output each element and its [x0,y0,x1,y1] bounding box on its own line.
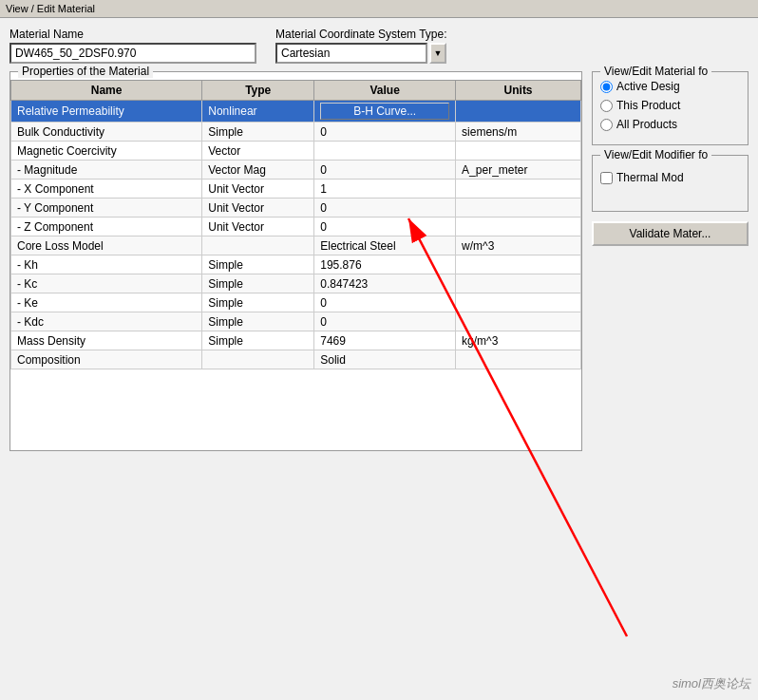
validate-button[interactable]: Validate Mater... [592,221,749,246]
view-edit-modifier-group: View/Edit Modifier fo Thermal Mod [592,155,749,212]
radio-option-0[interactable] [600,81,613,93]
cell-units [456,255,581,274]
cell-units: A_per_meter [456,161,581,180]
properties-legend: Properties of the Material [18,65,153,78]
cell-units [456,312,581,331]
cell-type: Unit Vector [202,218,314,236]
coordinate-system-input[interactable] [275,43,427,64]
cell-value: 0 [314,161,456,180]
coordinate-system-label: Material Coordinate System Type: [275,28,447,41]
radio-label-0: Active Desig [616,80,680,93]
cell-type: Vector Mag [202,161,314,180]
cell-units: w/m^3 [456,236,581,255]
cell-value: 195.876 [314,255,456,274]
thermal-mod-checkbox[interactable] [600,172,613,184]
cell-name: - Kc [11,274,202,293]
cell-value: 7469 [314,331,456,350]
cell-units [456,274,581,293]
properties-table: Name Type Value Units Relative Permeabil… [10,80,581,369]
radio-item-2: All Products [600,118,740,131]
cell-name: Bulk Conductivity [11,123,202,142]
cell-name: Relative Permeability [11,101,202,123]
cell-type: Simple [202,312,314,331]
cell-value: 0.847423 [314,274,456,293]
cell-name: - Kdc [11,312,202,331]
material-name-label: Material Name [9,28,256,41]
col-value: Value [314,81,456,101]
cell-units [456,142,581,161]
cell-name: - Ke [11,293,202,312]
col-units: Units [456,81,581,101]
cell-value: Solid [314,350,456,369]
table-row[interactable]: - Z ComponentUnit Vector0 [11,218,581,236]
coordinate-system-group: Material Coordinate System Type: ▼ [275,28,447,64]
radio-item-1: This Product [600,99,740,112]
radio-option-1[interactable] [600,100,613,112]
watermark: simol西奥论坛 [673,675,750,692]
cell-name: Core Loss Model [11,236,202,255]
table-row[interactable]: - Y ComponentUnit Vector0 [11,199,581,218]
radio-label-1: This Product [616,99,680,112]
view-edit-modifier-legend: View/Edit Modifier fo [600,148,711,161]
cell-value: 0 [314,312,456,331]
cell-value [314,142,456,161]
cell-value: 0 [314,199,456,218]
material-name-group: Material Name [9,28,256,64]
cell-value: B-H Curve... [314,101,456,123]
cell-name: Magnetic Coercivity [11,142,202,161]
table-row[interactable]: - KcSimple0.847423 [11,274,581,293]
view-edit-material-legend: View/Edit Material fo [600,65,711,78]
col-type: Type [202,81,314,101]
table-row[interactable]: - MagnitudeVector Mag0A_per_meter [11,161,581,180]
coordinate-system-dropdown[interactable]: ▼ [429,43,446,64]
table-row[interactable]: Relative PermeabilityNonlinearB-H Curve.… [11,101,581,123]
cell-units: kg/m^3 [456,331,581,350]
bh-curve-button[interactable]: B-H Curve... [320,103,449,120]
cell-value: Electrical Steel [314,236,456,255]
cell-units: siemens/m [456,123,581,142]
cell-units [456,180,581,199]
table-row[interactable]: - KhSimple195.876 [11,255,581,274]
properties-group: Properties of the Material Name Type Val… [9,71,582,451]
radio-item-0: Active Desig [600,80,740,93]
view-edit-material-group: View/Edit Material fo Active DesigThis P… [592,71,749,145]
cell-name: - X Component [11,180,202,199]
radio-label-2: All Products [616,118,677,131]
title-text: View / Edit Material [6,3,95,14]
table-row[interactable]: Core Loss ModelElectrical Steelw/m^3 [11,236,581,255]
cell-type: Unit Vector [202,199,314,218]
cell-units [456,218,581,236]
table-row[interactable]: Mass DensitySimple7469kg/m^3 [11,331,581,350]
cell-units [456,350,581,369]
cell-units [456,293,581,312]
cell-name: - Y Component [11,199,202,218]
table-row[interactable]: Bulk ConductivitySimple0siemens/m [11,123,581,142]
cell-type: Unit Vector [202,180,314,199]
col-name: Name [11,81,202,101]
table-row[interactable]: - KdcSimple0 [11,312,581,331]
cell-units [456,101,581,123]
cell-type: Simple [202,274,314,293]
cell-name: - Kh [11,255,202,274]
table-row[interactable]: - X ComponentUnit Vector1 [11,180,581,199]
title-bar: View / Edit Material [0,0,758,18]
cell-type: Simple [202,331,314,350]
cell-type: Simple [202,293,314,312]
cell-units [456,199,581,218]
cell-value: 0 [314,293,456,312]
table-row[interactable]: - KeSimple0 [11,293,581,312]
radio-option-2[interactable] [600,119,613,131]
cell-type: Simple [202,123,314,142]
cell-type: Vector [202,142,314,161]
cell-name: Composition [11,350,202,369]
table-row[interactable]: CompositionSolid [11,350,581,369]
cell-value: 1 [314,180,456,199]
cell-name: - Z Component [11,218,202,236]
material-name-input[interactable] [9,43,256,64]
right-panel: View/Edit Material fo Active DesigThis P… [592,71,749,451]
table-row[interactable]: Magnetic CoercivityVector [11,142,581,161]
cell-value: 0 [314,218,456,236]
cell-type: Nonlinear [202,101,314,123]
cell-type: Simple [202,255,314,274]
cell-name: Mass Density [11,331,202,350]
